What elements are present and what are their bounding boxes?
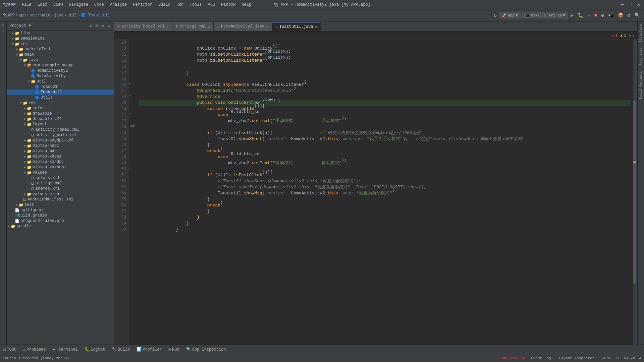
sdk-manager-button[interactable]: 📦: [616, 12, 625, 19]
logcat-tab[interactable]: 🐛 Logcat: [81, 345, 108, 354]
tree-item-activity-home2-xml[interactable]: 🗋 activity_home2.xml: [7, 127, 114, 132]
menu-view[interactable]: View: [51, 2, 66, 8]
menu-build[interactable]: Build: [156, 2, 173, 8]
tree-item-libs[interactable]: ▶ 📁 libs: [7, 31, 114, 36]
tree-item-layout[interactable]: ▼ 📁 layout: [7, 122, 114, 127]
tree-item-gradle[interactable]: ▶ 📁 gradle: [7, 224, 114, 229]
breadcrumb-app-module[interactable]: app: [18, 13, 26, 18]
stop-button[interactable]: ■: [593, 12, 598, 19]
menu-help[interactable]: Help: [239, 2, 254, 8]
tree-item-mipmap-xxhdpi[interactable]: ▶ 📁 mipmap-xxhdpi: [7, 159, 114, 165]
breadcrumb-util[interactable]: util: [67, 13, 77, 18]
tree-item-mipmap-hdpi[interactable]: ▶ 📁 mipmap-hdpi: [7, 143, 114, 148]
tab-close-homeactivity2-java[interactable]: ✕: [266, 24, 269, 29]
tree-item-drawable-v24[interactable]: ▶ 📁 drawable-v24: [7, 116, 114, 122]
app-inspection-tab[interactable]: 🔍 App Inspection: [183, 345, 229, 354]
tree-item-values[interactable]: ▼ 📁 values: [7, 170, 114, 175]
sync-project-button[interactable]: ⚙: [600, 12, 605, 19]
tree-item-java[interactable]: ▼ 📁 java: [7, 57, 114, 63]
tree-item-colors-xml[interactable]: 🗋 colors.xml: [7, 175, 114, 181]
tree-item-main[interactable]: ▼ 📁 main: [7, 52, 114, 57]
profile-button[interactable]: ⚡: [586, 12, 591, 19]
breadcrumb-java[interactable]: java: [54, 13, 64, 18]
tree-item-values-night[interactable]: ▶ 📁 values-night: [7, 191, 114, 197]
tree-item-toastutil[interactable]: 🔵 Toastutil: [7, 89, 114, 95]
sync-icon[interactable]: ↻: [492, 12, 498, 19]
breadcrumb-main[interactable]: main: [41, 13, 50, 18]
menu-tools[interactable]: Tools: [187, 2, 205, 8]
resource-manager-icon[interactable]: R: [1, 28, 6, 33]
tree-item-res[interactable]: ▼ 📁 res: [7, 100, 114, 106]
terminal-tab[interactable]: ▶_ Terminal: [49, 345, 81, 354]
tree-item-src[interactable]: ▼ 📁 src: [7, 41, 114, 47]
breadcrumb-current[interactable]: 🔵 Toastutil: [81, 13, 110, 18]
fold-39[interactable]: ▾: [129, 94, 131, 98]
avd-manager-button[interactable]: 📲: [607, 12, 615, 19]
locate-file-button[interactable]: ⊕: [89, 23, 93, 29]
layout-inspector-tab[interactable]: Layout Inspector: [557, 356, 597, 360]
breadcrumb-app[interactable]: MyAPP: [3, 13, 15, 18]
error-badge[interactable]: ⚠ 1: [612, 33, 618, 38]
tree-item-strings-xml2[interactable]: 🗋 strings.xml: [7, 181, 114, 186]
debug-button[interactable]: 🐛: [576, 12, 585, 19]
tree-item-color[interactable]: ▶ 📁 color: [7, 106, 114, 111]
search-everywhere-button[interactable]: 🔍: [633, 12, 641, 19]
fold-51[interactable]: ▾: [129, 166, 131, 170]
breadcrumb-src[interactable]: src: [30, 13, 37, 18]
panel-settings-button[interactable]: ⚙: [100, 23, 105, 29]
problems-tab[interactable]: ⚠ Problems: [20, 345, 49, 354]
warning-badge[interactable]: ▲ 1: [621, 34, 626, 38]
todo-tab[interactable]: ☑ TODO: [0, 345, 20, 354]
project-manager-icon[interactable]: P: [1, 23, 6, 27]
tree-item-homeactivity2[interactable]: 🔵 HomeActivity2: [7, 68, 114, 73]
fold-44[interactable]: ▾: [129, 112, 131, 116]
menu-file[interactable]: File: [19, 2, 34, 8]
tree-item-com-example[interactable]: ▼ 📦 com.example.myapp: [7, 63, 114, 68]
menu-analyze[interactable]: Analyze: [107, 2, 129, 8]
app-config-dropdown[interactable]: 🚀 app ▼: [499, 12, 521, 18]
favorites-tab[interactable]: Favorites: [638, 45, 643, 68]
code-content[interactable]: OnClick onClick = new OnClick(); mbtn_sd…: [137, 40, 633, 345]
menu-edit[interactable]: Edit: [35, 2, 50, 8]
event-log-tab[interactable]: Event Log: [529, 356, 553, 360]
tab-activity-home2-xml[interactable]: X activity_home2.xml ✕: [114, 22, 172, 31]
tree-item-mipmap-xhdpi[interactable]: ▶ 📁 mipmap-xhdpi: [7, 154, 114, 159]
tree-item-test[interactable]: ▶ 📁 test: [7, 202, 114, 207]
tree-item-drawable[interactable]: ▶ 📁 drawable: [7, 111, 114, 116]
run-button[interactable]: ▶: [570, 12, 575, 19]
tree-item-mipmap-anydpi[interactable]: ▶ 📁 mipmap-anydpi-v26: [7, 138, 114, 143]
tree-item-proguard[interactable]: 📄 proguard-rules.pro: [7, 218, 114, 224]
collapse-all-button[interactable]: ⊟: [95, 23, 99, 29]
menu-code[interactable]: Code: [92, 2, 107, 8]
menu-run[interactable]: Run: [174, 2, 186, 8]
close-panel-button[interactable]: ✕: [106, 23, 111, 29]
tab-homeactivity2-java[interactable]: ☕ HomeActivity2.java ✕: [214, 22, 272, 31]
minimize-button[interactable]: ─: [620, 2, 625, 7]
run-tab[interactable]: ▶ Run: [165, 345, 183, 354]
tree-item-mainactivity[interactable]: 🔵 MainActivity: [7, 73, 114, 79]
tree-item-sampledata[interactable]: ▶ 📁 sampledata: [7, 36, 114, 41]
menu-window[interactable]: Window: [218, 2, 238, 8]
tree-item-mipmap-xxxhdpi[interactable]: ▶ 📁 mipmap-xxxhdpi: [7, 165, 114, 170]
settings-button[interactable]: ⚙: [626, 12, 632, 19]
structure-tab[interactable]: Structure: [638, 21, 643, 45]
tree-item-build-gradle[interactable]: G build.gradle: [7, 213, 114, 218]
tree-item-toast01[interactable]: 🔵 Toast01: [7, 84, 114, 89]
menu-refactor[interactable]: Refactor: [130, 2, 155, 8]
tree-item-themes-xml[interactable]: 🗋 themes.xml: [7, 186, 114, 191]
tree-item-mipmap-mdpi[interactable]: ▶ 📁 mipmap-mdpi: [7, 148, 114, 154]
menu-navigate[interactable]: Navigate: [66, 2, 91, 8]
profiler-tab[interactable]: 📊 Profiler: [133, 345, 165, 354]
expand-warnings-btn[interactable]: ∨: [632, 33, 635, 38]
tab-strings-xml[interactable]: X strings.xml ✕: [172, 22, 214, 31]
close-button[interactable]: ✕: [636, 2, 641, 7]
device-dropdown[interactable]: 📱 Pixel 2 API 26 ▼: [522, 12, 568, 18]
tree-item-activity-main-xml[interactable]: 🗋 activity_main.xml: [7, 132, 114, 138]
tree-item-gitignore[interactable]: 📄 .gitignore: [7, 207, 114, 213]
menu-vcs[interactable]: VCS: [205, 2, 218, 8]
tab-toastutil-java[interactable]: ☕ Toastutil.java ✕: [272, 22, 321, 31]
maximize-button[interactable]: □: [628, 2, 633, 7]
build-tab[interactable]: 🔨 Build: [108, 345, 133, 354]
collapse-warnings-btn[interactable]: ∧: [629, 33, 631, 38]
tree-item-androidmanifest[interactable]: 🗋 AndroidManifest.xml: [7, 197, 114, 202]
